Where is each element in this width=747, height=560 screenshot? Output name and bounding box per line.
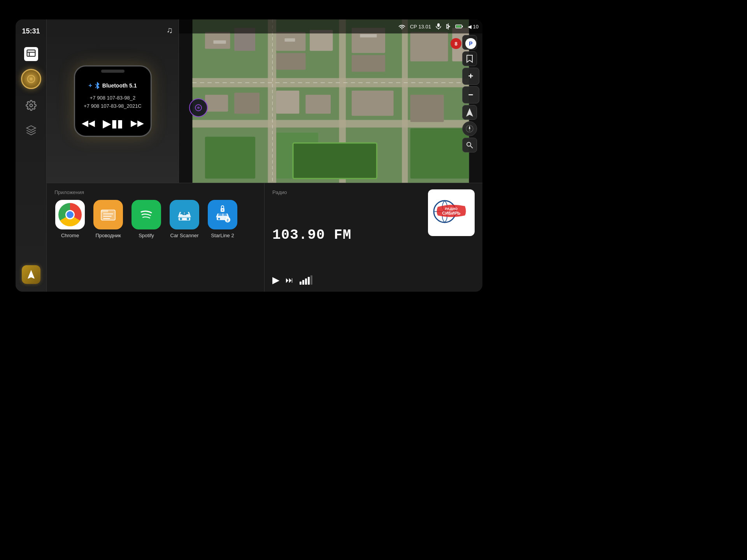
signal-bar-4 [308, 277, 310, 285]
radio-frequency: 103.90 FM [272, 227, 422, 243]
spotify-label: Spotify [139, 233, 154, 238]
mic-status [436, 23, 441, 30]
map-widget[interactable]: СР 13.01 [179, 19, 482, 183]
signal-bar-5 [310, 275, 312, 285]
3d-button[interactable] [23, 122, 40, 139]
music-note-icon: ♫ [167, 25, 173, 35]
svg-rect-31 [305, 95, 331, 114]
svg-rect-30 [276, 91, 299, 114]
map-notification-badge: 8 [451, 38, 461, 49]
bluetooth-status [446, 23, 451, 30]
main-screen: 15:31 [16, 19, 482, 292]
svg-rect-40 [437, 23, 440, 27]
map-controls: + − [462, 35, 479, 152]
main-content: ♫ + Bluetooth 5.1 [47, 19, 482, 292]
app-carscanner[interactable]: Car Scanner [169, 200, 200, 238]
map-location-button[interactable] [462, 105, 477, 120]
top-section: ♫ + Bluetooth 5.1 [47, 19, 482, 183]
svg-point-52 [467, 142, 471, 146]
svg-rect-37 [213, 40, 226, 44]
svg-rect-22 [352, 55, 385, 72]
svg-rect-44 [456, 26, 461, 28]
svg-point-59 [180, 218, 182, 220]
svg-rect-25 [205, 137, 255, 179]
svg-text:РАДИО: РАДИО [445, 207, 458, 211]
signal-bar-3 [305, 278, 307, 285]
navigation-button[interactable] [22, 265, 40, 284]
play-pause-button[interactable]: ▶▮▮ [103, 117, 123, 130]
spotify-icon [132, 200, 161, 229]
svg-rect-32 [352, 91, 394, 116]
radio-controls: ▶ ⏭ [272, 275, 422, 285]
svg-rect-23 [410, 32, 448, 61]
battery-status [455, 24, 463, 29]
phone-widget: ♫ + Bluetooth 5.1 [47, 19, 179, 183]
apps-grid: Chrome Проводник [54, 200, 256, 238]
svg-rect-33 [410, 95, 444, 122]
signal-bar-1 [300, 282, 302, 285]
chrome-icon [55, 200, 85, 229]
prev-button[interactable]: ◀◀ [82, 118, 95, 128]
bluetooth-icon: + [88, 82, 92, 89]
map-zoom-out-button[interactable]: − [462, 86, 479, 103]
app-chrome[interactable]: Chrome [54, 200, 86, 238]
bottom-section: Приложения Chrome [47, 183, 482, 292]
svg-point-56 [138, 206, 155, 223]
phone-mockup: + Bluetooth 5.1 +7 908 107-83-98_2 [74, 65, 152, 137]
radio-info: Радио 103.90 FM ▶ ⏭ [272, 189, 422, 285]
signal-bars [300, 275, 312, 285]
svg-rect-0 [27, 50, 35, 56]
map-compass-button[interactable] [462, 121, 477, 136]
signal-bar-2 [302, 280, 304, 285]
bluetooth-badge: + Bluetooth 5.1 [88, 82, 137, 89]
radio-panel: Радио 103.90 FM ▶ ⏭ [265, 183, 482, 292]
apps-panel: Приложения Chrome [47, 183, 265, 292]
svg-rect-39 [360, 34, 377, 38]
svg-rect-34 [293, 143, 377, 179]
wifi-status [398, 24, 405, 29]
parking-badge: P [465, 38, 476, 49]
apps-section-title: Приложения [54, 189, 256, 195]
next-button[interactable]: ▶▶ [131, 118, 144, 128]
map-bookmark-button[interactable] [462, 51, 477, 66]
bluetooth-label: Bluetooth 5.1 [102, 82, 137, 89]
phone-number-display: +7 908 107-83-98_2 +7 908 107-83-98_2021… [84, 94, 142, 110]
starline-label: StarLine 2 [211, 233, 234, 238]
app-starline[interactable]: 2 StarLine 2 [207, 200, 238, 238]
svg-rect-29 [234, 93, 260, 114]
svg-rect-27 [410, 128, 469, 178]
app-spotify[interactable]: Spotify [131, 200, 162, 238]
svg-rect-13 [268, 19, 276, 183]
chrome-ring [58, 203, 82, 226]
radio-play-button[interactable]: ▶ [272, 275, 279, 285]
svg-text:СИБИРЬ: СИБИРЬ [442, 211, 461, 215]
map-zoom-in-button[interactable]: + [462, 68, 479, 85]
map-svg [179, 19, 482, 183]
svg-point-64 [218, 218, 220, 220]
voice-assistant-button[interactable] [189, 98, 208, 117]
clock: 15:31 [22, 27, 40, 35]
radio-logo[interactable]: РАДИО СИБИРЬ [428, 189, 475, 236]
svg-point-5 [30, 104, 32, 107]
chrome-label: Chrome [61, 233, 79, 238]
map-search-button[interactable] [462, 138, 477, 152]
app-files[interactable]: Проводник [93, 200, 124, 238]
carscanner-icon [170, 200, 199, 229]
map-status-bar: СР 13.01 [179, 19, 482, 33]
starline-icon: 2 [208, 200, 237, 229]
radio-next-button[interactable]: ⏭ [286, 276, 293, 285]
svg-rect-38 [285, 38, 295, 42]
svg-rect-55 [101, 210, 108, 212]
sidebar: 15:31 [16, 19, 47, 292]
svg-point-67 [222, 210, 223, 211]
date-status: СР 13.01 [410, 24, 431, 30]
settings-button[interactable] [23, 97, 40, 114]
files-icon [93, 200, 123, 229]
media-controls: ◀◀ ▶▮▮ ▶▶ [82, 117, 144, 130]
notification-button[interactable] [24, 47, 38, 61]
radio-section-title: Радио [272, 189, 422, 195]
home-button[interactable] [21, 69, 41, 89]
svg-point-60 [187, 218, 189, 220]
files-label: Проводник [95, 233, 121, 238]
svg-text:2: 2 [226, 218, 228, 222]
